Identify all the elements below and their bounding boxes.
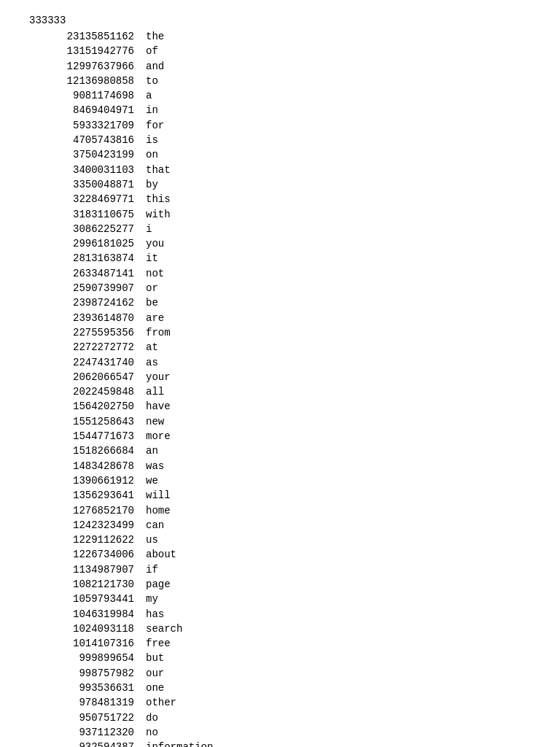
row-word: it [146, 251, 158, 266]
row-word: as [146, 355, 158, 370]
row-number: 5933321709 [29, 118, 146, 133]
row-word: that [146, 163, 171, 177]
row-number: 2590739907 [29, 281, 146, 295]
row-word: and [146, 59, 164, 74]
row-word: us [146, 533, 158, 547]
row-number: 1046319984 [29, 607, 146, 622]
table-row: 2590739907or [29, 281, 531, 295]
row-number: 3750423199 [29, 147, 146, 162]
table-row: 3183110675with [29, 207, 531, 222]
row-number: 2996181025 [29, 236, 146, 251]
table-row: 2272272772at [29, 340, 531, 355]
table-row: 3750423199on [29, 147, 531, 162]
row-number: 950751722 [29, 711, 146, 725]
row-number: 2393614870 [29, 311, 146, 325]
row-word: information [146, 740, 213, 747]
row-word: no [146, 725, 158, 740]
row-word: one [146, 681, 164, 695]
row-number: 3183110675 [29, 207, 146, 222]
row-number: 4705743816 [29, 133, 146, 147]
table-row: 1229112622us [29, 533, 531, 547]
row-word: are [146, 311, 164, 325]
table-row: 1544771673more [29, 429, 531, 444]
row-word: with [146, 207, 171, 222]
table-row: 2275595356from [29, 325, 531, 340]
table-row: 978481319other [29, 695, 531, 710]
row-number: 3086225277 [29, 222, 146, 236]
row-number: 2247431740 [29, 355, 146, 370]
row-number: 1483428678 [29, 459, 146, 473]
table-row: 9081174698a [29, 88, 531, 103]
row-word: my [146, 592, 158, 606]
table-row: 1226734006about [29, 547, 531, 562]
table-row: 1014107316free [29, 636, 531, 651]
table-row: 2022459848all [29, 384, 531, 399]
row-number: 1014107316 [29, 636, 146, 651]
table-row: 950751722do [29, 711, 531, 725]
table-row: 1024093118search [29, 622, 531, 636]
row-word: search [146, 622, 182, 636]
table-row: 2062066547your [29, 370, 531, 384]
row-number: 9081174698 [29, 88, 146, 103]
table-row: 12136980858to [29, 74, 531, 88]
table-row: 2996181025you [29, 236, 531, 251]
row-word: other [146, 695, 176, 710]
table-row: 999899654but [29, 651, 531, 665]
row-word: at [146, 340, 158, 355]
row-word: or [146, 281, 158, 295]
table-row: 1483428678was [29, 459, 531, 473]
row-word: if [146, 562, 158, 577]
row-number: 1242323499 [29, 518, 146, 533]
table-row: 1046319984has [29, 607, 531, 622]
row-number: 1276852170 [29, 503, 146, 518]
table-row: 3350048871by [29, 177, 531, 192]
row-word: in [146, 103, 158, 117]
table-row: 1082121730page [29, 577, 531, 592]
table-row: 1356293641will [29, 488, 531, 503]
row-number: 2633487141 [29, 266, 146, 281]
row-number: 12136980858 [29, 74, 146, 88]
row-number: 2398724162 [29, 295, 146, 310]
row-word: has [146, 607, 164, 622]
row-word: new [146, 414, 164, 429]
table-row: 3400031103that [29, 163, 531, 177]
row-word: a [146, 88, 152, 103]
table-row: 1242323499can [29, 518, 531, 533]
table-row: 937112320no [29, 725, 531, 740]
row-word: can [146, 518, 164, 533]
header-title: 333333 [29, 15, 66, 26]
table-row: 5933321709for [29, 118, 531, 133]
row-number: 1518266684 [29, 444, 146, 458]
row-word: by [146, 177, 158, 192]
row-number: 2022459848 [29, 384, 146, 399]
row-number: 1544771673 [29, 429, 146, 444]
row-word: page [146, 577, 171, 592]
row-word: about [146, 547, 176, 562]
row-number: 3400031103 [29, 163, 146, 177]
row-number: 993536631 [29, 681, 146, 695]
table-row: 1551258643new [29, 414, 531, 429]
row-word: the [146, 29, 164, 44]
table-row: 1390661912we [29, 473, 531, 488]
row-number: 1226734006 [29, 547, 146, 562]
row-number: 3350048871 [29, 177, 146, 192]
row-word: you [146, 236, 164, 251]
table-row: 1059793441my [29, 592, 531, 606]
row-word: have [146, 399, 171, 414]
row-word: home [146, 503, 171, 518]
row-number: 1356293641 [29, 488, 146, 503]
row-word: your [146, 370, 171, 384]
row-word: will [146, 488, 171, 503]
table-row: 1564202750have [29, 399, 531, 414]
row-number: 932594387 [29, 740, 146, 747]
row-word: but [146, 651, 164, 665]
row-number: 999899654 [29, 651, 146, 665]
row-word: i [146, 222, 152, 236]
row-number: 1229112622 [29, 533, 146, 547]
row-number: 23135851162 [29, 29, 146, 44]
row-word: we [146, 473, 158, 488]
row-number: 3228469771 [29, 192, 146, 206]
row-number: 2813163874 [29, 251, 146, 266]
row-word: do [146, 711, 158, 725]
table-row: 993536631one [29, 681, 531, 695]
